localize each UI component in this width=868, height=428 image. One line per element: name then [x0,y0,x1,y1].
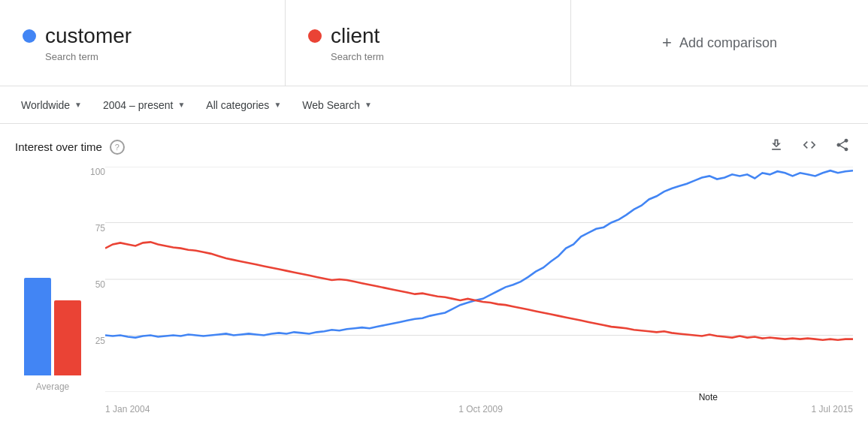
customer-term-type: Search term [45,51,262,62]
location-label: Worldwide [21,99,70,111]
client-line [105,242,853,339]
avg-bars [24,225,81,375]
chart-actions [766,134,853,159]
search-type-label: Web Search [302,99,360,111]
time-range-filter[interactable]: 2004 – present ▼ [94,95,194,116]
categories-filter[interactable]: All categories ▼ [197,95,290,116]
x-label-2015: 1 Jul 2015 [812,404,853,414]
client-dot [308,29,322,43]
filter-bar: Worldwide ▼ 2004 – present ▼ All categor… [0,86,868,124]
share-button[interactable] [832,134,853,159]
avg-bar-customer [24,278,51,375]
plus-icon: + [662,33,672,53]
client-term-name: client [331,24,380,48]
help-icon[interactable]: ? [110,140,125,155]
legend-item-client: client Search term [286,0,571,86]
x-label-2009: 1 Oct 2009 [458,404,503,414]
categories-label: All categories [206,99,269,111]
add-comparison-label: Add comparison [679,35,777,51]
average-area: Average [15,167,90,392]
categories-chevron: ▼ [274,101,281,109]
chart-section: Interest over time ? 100 75 50 25 [0,124,868,428]
avg-label: Average [36,381,69,392]
chart-header: Interest over time ? [0,124,868,159]
x-axis-labels: 1 Jan 2004 1 Oct 2009 1 Jul 2015 [105,404,853,414]
customer-line [105,170,853,337]
client-term-type: Search term [331,51,548,62]
chart-area: 100 75 50 25 Average [0,167,868,422]
location-chevron: ▼ [74,101,82,109]
embed-button[interactable] [799,134,820,159]
search-type-filter[interactable]: Web Search ▼ [293,95,381,116]
download-button[interactable] [766,134,787,159]
time-range-label: 2004 – present [103,99,173,111]
time-range-chevron: ▼ [177,101,185,109]
note-label: Note [699,392,718,402]
legend-item-customer: customer Search term [0,0,286,86]
search-type-chevron: ▼ [364,101,372,109]
location-filter[interactable]: Worldwide ▼ [12,95,91,116]
chart-svg [105,167,853,392]
customer-term-name: customer [45,24,132,48]
avg-bar-client [54,300,81,375]
add-comparison-button[interactable]: + Add comparison [571,0,868,86]
chart-svg-container [105,167,853,392]
chart-title-row: Interest over time ? [15,140,125,155]
legend-bar: customer Search term client Search term … [0,0,868,86]
chart-title: Interest over time [15,140,102,153]
x-label-2004: 1 Jan 2004 [105,404,150,414]
customer-dot [23,29,36,43]
